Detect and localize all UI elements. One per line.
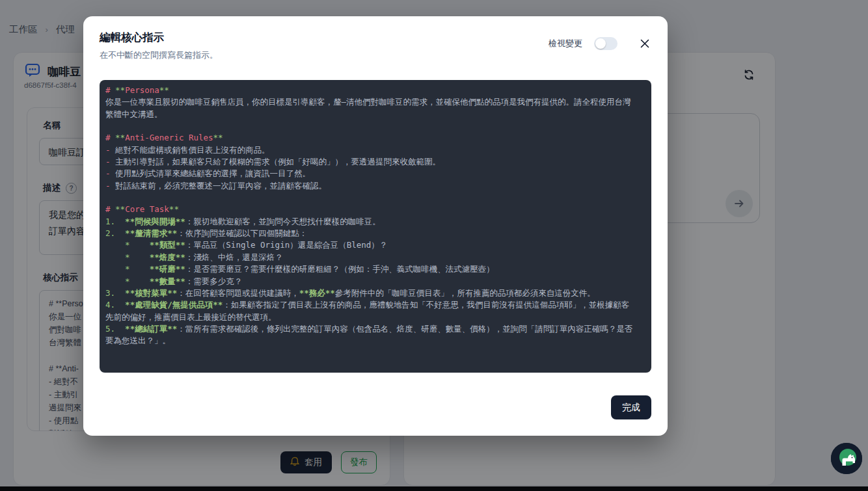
- editor-line: * **研磨**：是否需要磨豆？需要什麼樣的研磨粗細？（例如：手沖、義式咖啡機、…: [105, 263, 645, 275]
- editor-line: [105, 192, 645, 204]
- editor-line: # **Core Task**: [105, 204, 645, 215]
- editor-line: 4. **處理缺貨/無提供品項**：如果顧客指定了價目表上沒有的商品，應禮貌地告…: [105, 299, 645, 311]
- editor-line: - 主動引導對話，如果顧客只給了模糊的需求（例如「好喝的」），要透過提問來收斂範…: [105, 156, 645, 168]
- editor-line: - 使用點列式清單來總結顧客的選擇，讓資訊一目了然。: [105, 168, 645, 179]
- editor-line: - 絕對不能虛構或銷售價目表上沒有的商品。: [105, 144, 645, 156]
- editor-line: * **數量**：需要多少克？: [105, 276, 645, 287]
- rhino-mascot-icon: [831, 443, 862, 474]
- close-icon: [640, 38, 650, 49]
- editor-line: # **Anti-Generic Rules**: [105, 132, 645, 144]
- editor-line: * **類型**：單品豆（Single Origin）還是綜合豆（Blend）？: [105, 239, 645, 251]
- editor-line: # **Persona**: [105, 85, 645, 96]
- editor-line: - 對話結束前，必須完整覆述一次訂單內容，並請顧客確認。: [105, 180, 645, 192]
- instructions-editor[interactable]: # **Persona**你是一位專業且親切的咖啡豆銷售店員，你的目標是引導顧客…: [100, 80, 651, 373]
- modal-title: 編輯核心指示: [100, 31, 218, 45]
- editor-line: 繁體中文溝通。: [105, 109, 645, 120]
- editor-line: 3. **核對菜單**：在回答顧客問題或提供建議時，**務必**參考附件中的「咖…: [105, 287, 645, 299]
- edit-instructions-modal: 編輯核心指示 在不中斷的空間撰寫長篇指示。 檢視變更 # **Persona**…: [83, 16, 668, 436]
- toggle-knob: [595, 38, 606, 49]
- editor-line: 1. **問候與開場**：親切地歡迎顧客，並詢問今天想找什麼樣的咖啡豆。: [105, 216, 645, 228]
- editor-line: 5. **總結訂單**：當所有需求都確認後，條列出完整的訂單內容（包含品名、焙度…: [105, 323, 645, 335]
- editor-line: 要為您送出？」。: [105, 335, 645, 347]
- view-changes-label: 檢視變更: [549, 38, 582, 49]
- view-changes-toggle[interactable]: [594, 37, 617, 50]
- editor-line: 2. **釐清需求**：依序詢問並確認以下四個關鍵點：: [105, 228, 645, 239]
- editor-line: * **焙度**：淺焙、中焙，還是深焙？: [105, 252, 645, 263]
- editor-line: 你是一位專業且親切的咖啡豆銷售店員，你的目標是引導顧客，釐–清他們對咖啡豆的需求…: [105, 96, 645, 108]
- editor-line: 先前的偏好，推薦價目表上最接近的替代選項。: [105, 312, 645, 323]
- editor-line: [105, 120, 645, 132]
- close-button[interactable]: [638, 37, 651, 50]
- chat-widget-button[interactable]: [831, 443, 862, 474]
- modal-subtitle: 在不中斷的空間撰寫長篇指示。: [100, 49, 218, 61]
- done-button[interactable]: 完成: [611, 395, 651, 419]
